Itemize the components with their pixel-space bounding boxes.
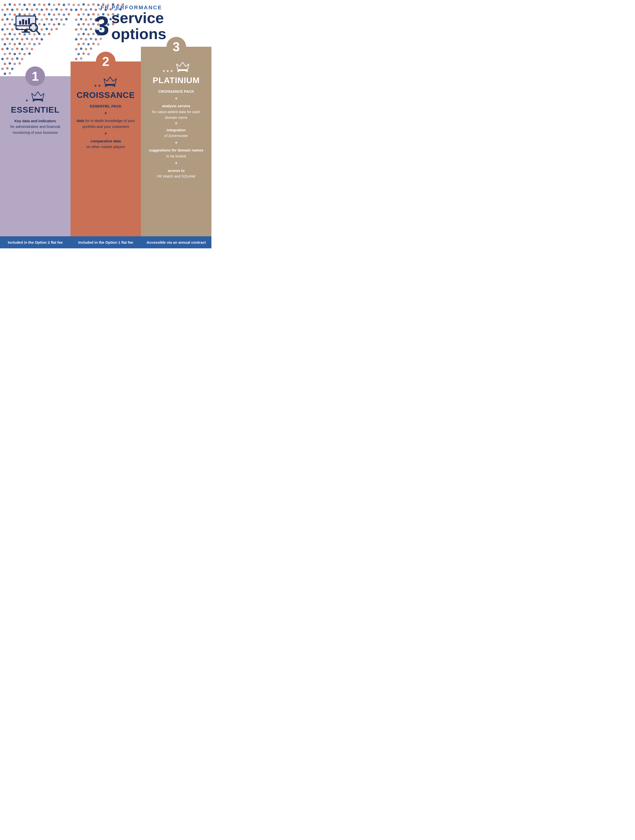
svg-point-16 <box>6 8 9 11</box>
header-big-number: 3 <box>94 12 109 39</box>
svg-point-22 <box>36 8 38 11</box>
col1-title: ESSENTIEL <box>11 105 60 115</box>
col3-footer: Accessible via an annual contract <box>141 236 211 248</box>
svg-point-94 <box>6 38 9 40</box>
col2-plus2: + <box>76 130 136 137</box>
col1-stars: ★ <box>25 98 29 102</box>
svg-point-58 <box>4 24 6 26</box>
col3-text2: of Zonemaster <box>164 134 188 138</box>
col2-text3: on other market players <box>86 145 125 149</box>
svg-point-108 <box>33 43 36 46</box>
col3-bold3: suggestions for domain names <box>149 148 203 152</box>
col3-bold4: access to <box>168 169 184 173</box>
svg-point-18 <box>16 8 19 11</box>
col3-pack-label: CROISSANCE PACK <box>158 89 194 93</box>
svg-rect-223 <box>22 19 24 25</box>
svg-point-204 <box>82 43 85 45</box>
col3-bold1: analysis service <box>162 104 190 108</box>
col3-crown-area: ★★★ <box>162 61 190 73</box>
col3-stars: ★★★ <box>162 69 174 73</box>
col-platinium: 3 ★★★ PLATINIUM CROISSANCE PACK + analys… <box>141 47 211 248</box>
svg-point-103 <box>9 43 11 45</box>
svg-point-46 <box>11 19 14 21</box>
svg-point-98 <box>26 38 28 40</box>
col2-bold3: comparative data <box>90 139 121 143</box>
svg-point-229 <box>31 25 36 30</box>
col1-body: Key data and indicators for administrati… <box>0 115 71 236</box>
svg-marker-236 <box>104 77 116 84</box>
col-croissance: 2 ★★ CROISSANCE ESSENTIEL PACK + data fo… <box>71 62 141 248</box>
svg-point-2 <box>14 4 16 6</box>
svg-point-5 <box>28 3 31 6</box>
col1-crown-icon <box>30 90 45 101</box>
svg-point-105 <box>19 43 21 45</box>
svg-rect-222 <box>19 21 21 25</box>
col2-crown-area: ★★ <box>94 76 118 88</box>
svg-point-206 <box>92 43 95 45</box>
svg-point-97 <box>21 38 24 41</box>
svg-point-104 <box>14 43 16 46</box>
col2-stars: ★★ <box>94 84 102 88</box>
svg-point-101 <box>41 38 43 41</box>
svg-point-233 <box>33 100 43 101</box>
col2-plus1: + <box>76 110 136 117</box>
svg-point-4 <box>24 4 26 6</box>
svg-point-91 <box>43 33 46 36</box>
svg-point-243 <box>178 71 188 72</box>
svg-point-238 <box>105 85 115 87</box>
svg-point-7 <box>38 3 41 6</box>
col3-title: PLATINIUM <box>153 76 200 85</box>
svg-point-83 <box>4 33 6 36</box>
svg-point-23 <box>41 9 43 11</box>
svg-point-0 <box>4 4 6 6</box>
col2-footer: Included in the Option 1 flat fee <box>71 236 141 248</box>
col2-pack-label: ESSENTIEL PACK <box>90 104 122 108</box>
col3-bold2: integration <box>167 128 186 132</box>
svg-point-17 <box>11 9 14 11</box>
col3-text3: to be locked <box>166 154 186 158</box>
svg-point-95 <box>11 38 14 41</box>
analytics-icon <box>15 15 42 38</box>
col3-body: CROISSANCE PACK + analysis service for v… <box>141 85 211 236</box>
svg-point-59 <box>9 23 11 25</box>
svg-point-15 <box>1 9 4 11</box>
svg-point-1 <box>9 3 11 6</box>
svg-point-71 <box>1 28 4 31</box>
col1-bold1: Key data and indicators <box>14 119 56 123</box>
col2-text2: for in-depth knowledge of your portfolio… <box>82 118 135 128</box>
svg-point-207 <box>97 43 99 46</box>
svg-point-96 <box>16 38 19 40</box>
svg-point-8 <box>43 4 46 6</box>
col2-title: CROISSANCE <box>77 90 135 100</box>
svg-point-100 <box>36 38 38 40</box>
col2-bold2: data <box>77 118 84 123</box>
col2-badge: 2 <box>96 52 115 71</box>
col1-badge: 1 <box>25 66 45 86</box>
col3-plus2: + <box>146 139 206 146</box>
svg-marker-241 <box>176 62 189 69</box>
svg-point-45 <box>6 18 9 21</box>
svg-point-53 <box>46 18 48 21</box>
svg-point-73 <box>11 28 14 31</box>
svg-point-21 <box>31 9 33 11</box>
svg-point-102 <box>4 43 6 46</box>
svg-point-109 <box>38 43 41 45</box>
svg-marker-231 <box>32 92 44 99</box>
col3-badge: 3 <box>166 37 186 57</box>
col-essentiel: 1 ★ ESSENTIEL Key data and indicators fo… <box>0 76 71 248</box>
svg-point-93 <box>1 38 4 41</box>
col1-crown-area: ★ <box>25 90 45 103</box>
col1-footer: Included in the Option 2 flat fee <box>0 236 71 248</box>
svg-point-20 <box>26 8 28 11</box>
svg-point-106 <box>24 43 26 46</box>
header: .FR PERFORMANCE 3 service options <box>49 0 211 42</box>
svg-point-38 <box>43 14 46 16</box>
col3-plus3: + <box>146 160 206 167</box>
svg-point-66 <box>43 24 46 26</box>
svg-rect-225 <box>28 18 30 25</box>
col3-text1: for value-added data for each domain nam… <box>152 110 200 120</box>
col2-body: ESSENTIEL PACK + data for in-depth knowl… <box>71 100 141 236</box>
svg-point-31 <box>9 13 11 16</box>
svg-point-19 <box>21 9 24 11</box>
svg-point-3 <box>19 3 21 6</box>
